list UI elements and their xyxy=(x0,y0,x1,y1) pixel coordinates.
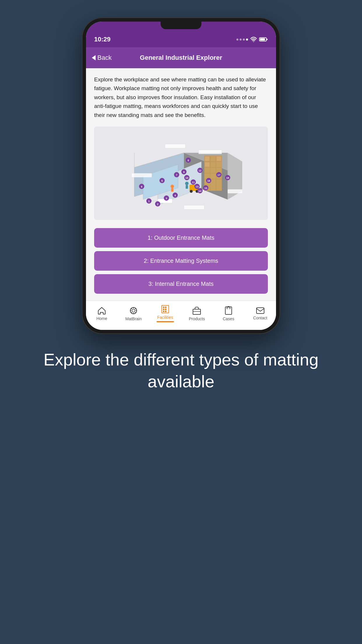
svg-point-0 xyxy=(253,41,254,42)
svg-rect-96 xyxy=(228,306,229,307)
tab-facilities[interactable]: Facilities xyxy=(149,305,181,322)
svg-line-80 xyxy=(131,309,132,309)
svg-rect-23 xyxy=(217,156,221,161)
phone-screen: 10:29 xyxy=(86,22,276,330)
svg-text:9: 9 xyxy=(183,171,184,174)
tagline-section: Explore the different types of matting a… xyxy=(0,349,362,393)
svg-text:11: 11 xyxy=(192,181,195,184)
phone-notch xyxy=(86,22,276,32)
svg-text:12: 12 xyxy=(198,169,201,172)
isometric-illustration: 1 2 3 4 xyxy=(120,130,242,217)
tab-cases-label: Cases xyxy=(223,316,234,321)
svg-rect-86 xyxy=(165,307,166,308)
battery-icon xyxy=(259,37,268,42)
svg-rect-27 xyxy=(186,185,188,189)
notch-pill xyxy=(161,22,201,29)
svg-rect-3 xyxy=(267,39,268,40)
svg-text:14: 14 xyxy=(198,190,201,192)
svg-rect-21 xyxy=(211,156,215,161)
tagline-text: Explore the different types of matting a… xyxy=(23,349,339,393)
svg-point-75 xyxy=(132,309,135,312)
svg-rect-91 xyxy=(193,309,201,314)
svg-line-81 xyxy=(135,312,136,313)
btn-1[interactable]: 1: Outdoor Entrance Mats xyxy=(94,228,268,248)
dot-1 xyxy=(236,38,238,41)
svg-rect-22 xyxy=(211,162,215,167)
svg-rect-19 xyxy=(205,156,210,161)
cases-icon xyxy=(225,306,232,315)
nav-bar: Back General Industrial Explorer xyxy=(86,47,276,68)
dot-3 xyxy=(243,38,245,41)
svg-text:3: 3 xyxy=(166,197,167,200)
svg-rect-89 xyxy=(163,311,164,312)
tab-home-label: Home xyxy=(96,316,107,321)
tab-matbrain-label: MatBrain xyxy=(125,316,142,321)
svg-rect-70 xyxy=(165,144,185,148)
phone-wrapper: 10:29 xyxy=(82,18,280,334)
svg-text:13: 13 xyxy=(196,185,198,188)
svg-line-82 xyxy=(135,309,136,309)
status-icons xyxy=(236,37,268,42)
svg-text:18: 18 xyxy=(226,176,229,179)
svg-rect-88 xyxy=(165,309,166,310)
svg-rect-69 xyxy=(198,150,222,154)
svg-rect-2 xyxy=(260,38,265,41)
tab-matbrain[interactable]: MatBrain xyxy=(118,306,150,321)
svg-point-24 xyxy=(171,185,174,188)
svg-rect-87 xyxy=(163,309,164,310)
tab-products[interactable]: Products xyxy=(181,306,213,321)
content-area: Explore the workplace and see where matt… xyxy=(86,68,276,301)
svg-text:15: 15 xyxy=(204,187,207,190)
contact-icon xyxy=(256,307,265,314)
tab-home[interactable]: Home xyxy=(86,307,118,321)
svg-text:10: 10 xyxy=(185,176,188,179)
svg-line-83 xyxy=(131,312,132,313)
home-icon xyxy=(97,307,106,315)
back-button[interactable]: Back xyxy=(92,54,118,62)
signal-dots xyxy=(236,38,248,41)
svg-text:7: 7 xyxy=(176,174,177,176)
dot-4 xyxy=(246,38,248,41)
svg-rect-85 xyxy=(163,307,164,308)
facilities-icon xyxy=(161,305,169,314)
svg-text:8: 8 xyxy=(187,159,189,162)
products-icon xyxy=(192,306,201,315)
svg-rect-71 xyxy=(131,173,152,177)
action-buttons: 1: Outdoor Entrance Mats 2: Entrance Mat… xyxy=(94,228,268,294)
svg-text:5: 5 xyxy=(161,179,163,182)
tab-bar: Home MatBr xyxy=(86,301,276,330)
status-bar: 10:29 xyxy=(86,32,276,47)
tab-contact-label: Contact xyxy=(253,316,267,320)
btn-2[interactable]: 2: Entrance Matting Systems xyxy=(94,251,268,271)
svg-text:1: 1 xyxy=(148,200,150,203)
tab-facilities-indicator xyxy=(157,321,174,322)
svg-rect-93 xyxy=(225,307,232,314)
wifi-icon xyxy=(250,37,257,42)
back-label: Back xyxy=(97,54,112,62)
svg-point-29 xyxy=(190,190,193,193)
svg-text:4: 4 xyxy=(174,194,176,197)
dot-2 xyxy=(240,38,242,41)
svg-rect-25 xyxy=(171,188,173,192)
svg-rect-20 xyxy=(205,162,210,167)
svg-rect-97 xyxy=(256,308,264,314)
tab-cases[interactable]: Cases xyxy=(213,306,245,321)
matbrain-icon xyxy=(129,306,138,315)
svg-point-26 xyxy=(185,182,189,185)
tab-facilities-label: Facilities xyxy=(157,315,173,320)
svg-rect-90 xyxy=(165,311,166,312)
svg-rect-73 xyxy=(184,205,204,209)
svg-text:2: 2 xyxy=(157,203,158,206)
svg-text:17: 17 xyxy=(217,174,220,176)
svg-text:16: 16 xyxy=(207,179,210,182)
nav-title: General Industrial Explorer xyxy=(118,54,244,62)
svg-text:6: 6 xyxy=(141,185,142,188)
tab-contact[interactable]: Contact xyxy=(244,307,276,320)
phone-frame: 10:29 xyxy=(82,18,280,334)
btn-3[interactable]: 3: Internal Entrance Mats xyxy=(94,274,268,294)
description-text: Explore the workplace and see where matt… xyxy=(94,75,268,120)
illustration-container[interactable]: 1 2 3 4 xyxy=(94,127,268,220)
status-time: 10:29 xyxy=(94,36,110,43)
back-chevron-icon xyxy=(92,55,96,60)
tab-products-label: Products xyxy=(189,316,205,321)
